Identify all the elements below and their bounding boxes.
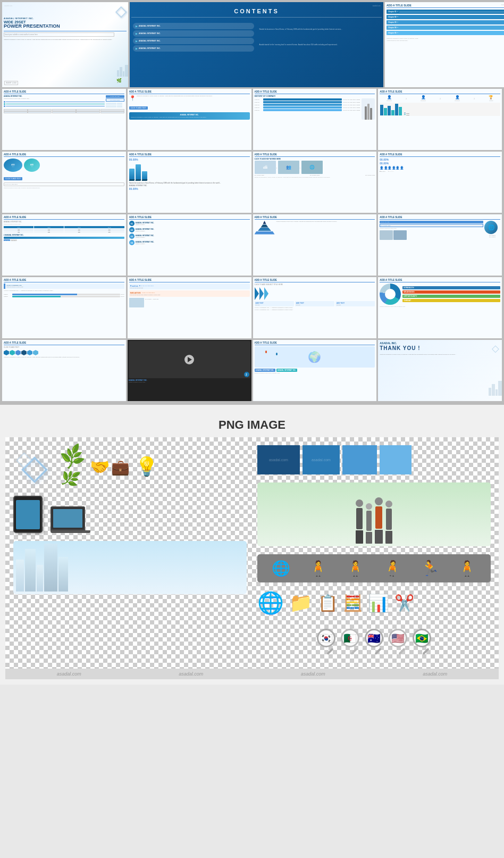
r5s3-header: ADD A TITLE SLIDE (255, 279, 375, 282)
swot-strength: STRENGTH (402, 286, 500, 289)
swot-opportunity: OPPORTUNITY (402, 295, 500, 298)
r3s1-header: ADD A TITLE SLIDE (4, 153, 124, 157)
globe-icon-asset: 🌐 (257, 590, 284, 615)
slide-r6-3[interactable]: ADD A TITLE SLIDE 🌍 ASADAL INTERNET INC.… (253, 340, 377, 401)
footer-wm-1: asadal.com (57, 671, 81, 677)
slide-r2-2[interactable]: ADD A TITLE SLIDE 📍 Started its business… (128, 89, 251, 150)
r6s4-thankyou: THANK YOU ! (380, 345, 500, 351)
stickmen-asset: 🌐 🧍 🧍 🧍 🏃 🧍 (257, 554, 491, 582)
r2s4-header: ADD A TITLE SLIDE (380, 90, 500, 94)
footer-wm-2: asadal.com (179, 671, 203, 677)
icon-assets-row: 🌐 📁 📋 🧮 📊 (257, 590, 491, 615)
r4s2-header: ADD A TITLE SLIDE (129, 216, 250, 220)
png-section: PNG IMAGE ◇ ◇ 🌿 (0, 405, 504, 685)
r6s1-header: ADD A TITLE SLIDE (4, 341, 124, 345)
png-right-column: asadal.com asadal.com (257, 445, 491, 661)
slides-row-5: ADD A TITLE SLIDE ASADAL INTERNET INC. S… (2, 277, 502, 338)
r6s4-company: ASADAL INC. (380, 341, 500, 345)
contents-item-4: ASADAL INTERNET INC. (139, 47, 161, 49)
r2s1-sub: ASADAL INTERNET INC. (4, 95, 105, 97)
calculator-icon-asset: 🧮 (343, 594, 363, 612)
slides-row-6: ADD A TITLE SLIDE CLICK TO ADD TEXT Star… (2, 340, 502, 401)
office-icon-asset: 📋 (318, 594, 338, 612)
slide-r3-2[interactable]: ADD A TITLE SLIDE 00.00% (128, 152, 251, 213)
slide-r4-2[interactable]: ADD A TITLE SLIDE 01 ASADAL INTERNET INC… (128, 214, 251, 276)
contents-item-2: ASADAL INTERNET INC. (139, 32, 161, 35)
r3s2-header: ADD A TITLE SLIDE (129, 153, 250, 157)
slide-main-title[interactable]: ◇ 🌿 ASADAL INTERNET INC. WIDE 29SET (2, 2, 128, 87)
flag-usa: 🇺🇸 (389, 629, 407, 655)
flag-brazil: 🇧🇷 (413, 629, 431, 655)
slide-r6-1[interactable]: ADD A TITLE SLIDE CLICK TO ADD TEXT Star… (2, 340, 126, 401)
slide-r5-1[interactable]: ADD A TITLE SLIDE ASADAL INTERNET INC. S… (2, 277, 126, 338)
contents-item-1: ASADAL INTERNET INC. (139, 25, 161, 27)
insert-logo: INSERT LOGO (4, 81, 18, 85)
r4s4-header: ADD A TITLE SLIDE (380, 216, 500, 220)
slides-row-4: ADD A TITLE SLIDE ASADAL INTERNET INC. S… (2, 214, 502, 276)
png-left-column: ◇ ◇ 🌿 🌿 🤝 💼 (13, 445, 247, 661)
main-container: ◇ 🌿 ASADAL INTERNET INC. WIDE 29SET (0, 0, 504, 685)
slides-section: ◇ 🌿 ASADAL INTERNET INC. WIDE 29SET (0, 0, 504, 405)
r2s1-header: ADD A TITLE SLIDE (4, 90, 124, 94)
laptop-asset (51, 506, 90, 533)
contents-item-3: ASADAL INTERNET INC. (139, 40, 161, 42)
r6s3-header: ADD A TITLE SLIDE (255, 341, 375, 345)
r2s3-header: ADD A TITLE SLIDE (255, 90, 375, 94)
slide-r3-4[interactable]: ADD A TITLE SLIDE 00.00% 00.00% 👤 👤 👤 👤 … (378, 152, 502, 213)
business-people-photo (257, 482, 491, 546)
slide-r6-2[interactable]: 2 ASADAL INTERNET INC. Started its busin… (128, 340, 251, 401)
scissors-icon-asset: ✂️ (394, 594, 414, 612)
leaf-assets: 🌿 🌿 (61, 446, 85, 488)
slide-r5-2[interactable]: ADD A TITLE SLIDE Positive ▶ CLICK TO AD… (128, 277, 251, 338)
slide-r2-1[interactable]: ADD A TITLE SLIDE ASADAL INTERNET INC. S… (2, 89, 126, 150)
slides-row-2: ADD A TITLE SLIDE ASADAL INTERNET INC. S… (2, 89, 502, 150)
slide-r4-3[interactable]: ADD A TITLE SLIDE Started its business i… (253, 214, 377, 276)
r4s1-header: ADD A TITLE SLIDE (4, 216, 124, 220)
r3s4-header: ADD A TITLE SLIDE (380, 153, 500, 157)
folder-icon-asset: 📁 (289, 592, 313, 614)
gem-asset: ◇ ◇ (13, 445, 56, 488)
png-section-title: PNG IMAGE (5, 410, 499, 437)
r3s3-header: ADD A TITLE SLIDE (255, 153, 375, 157)
slide-title: POWER PRESENTATION (4, 24, 127, 29)
flag-australia: 🇦🇺 (365, 629, 383, 655)
slide-r4-4[interactable]: ADD A TITLE SLIDE CLICK TO ADD KEY WORDS… (378, 214, 502, 276)
r2s3-sub: HISTORY OF COMPANY (255, 95, 375, 97)
slide-body-text: Started its business in Seoul Korea, in … (4, 39, 127, 41)
slide-r3-1[interactable]: ADD A TITLE SLIDE ADD TEXT ADD TEXT CLIC… (2, 152, 126, 213)
footer-watermarks: asadal.com asadal.com asadal.com asadal.… (5, 669, 499, 679)
blue-boxes-asset: asadal.com asadal.com (257, 445, 491, 474)
flag-algeria: 🇩🇿 (341, 629, 359, 655)
contents-header: CONTENTS (131, 4, 382, 18)
r5s1-header: ADD A TITLE SLIDE (4, 279, 124, 282)
slide-r5-4[interactable]: ADD A TITLE SLIDE STRENGTH WEAKNESS OPPO… (378, 277, 502, 338)
footer-wm-4: asadal.com (423, 671, 447, 677)
slide-r2-3[interactable]: ADD A TITLE SLIDE HISTORY OF COMPANY TIM… (253, 89, 377, 150)
flags-magnifiers-row: 🇰🇷 🇩🇿 (257, 623, 491, 661)
city-asset (13, 541, 247, 594)
slide-r2-4[interactable]: ADD A TITLE SLIDE 👤 ADD TEXT › 👤 ADD TEX… (378, 89, 502, 150)
r5s4-header: ADD A TITLE SLIDE (380, 279, 500, 282)
chart-icon-asset: 📊 (368, 593, 389, 613)
slide-r4-1[interactable]: ADD A TITLE SLIDE ASADAL INTERNET INC. S… (2, 214, 126, 276)
swot-threat: THREAT (402, 299, 500, 302)
slide-r3-3[interactable]: ADD A TITLE SLIDE CLICK TO ADD KEY WORDS… (253, 152, 377, 213)
r5s2-header: ADD A TITLE SLIDE (129, 279, 250, 282)
r6s1-sub: CLICK TO ADD TEXT (4, 346, 124, 348)
flag-korea: 🇰🇷 (317, 629, 335, 655)
chapter-header: ADD A TITLE SLIDE (387, 4, 504, 8)
company-name: ASADAL INTERNET INC. (4, 17, 127, 20)
r2s2-header: ADD A TITLE SLIDE (129, 90, 250, 94)
slide-placeholder: Insert your subtitle or main author's na… (4, 32, 114, 37)
slide-contents[interactable]: asadal.com CONTENTS ▶ ASADAL INTERNET IN… (130, 2, 383, 87)
png-assets-area: ◇ ◇ 🌿 🌿 🤝 💼 (5, 437, 499, 669)
footer-wm-3: asadal.com (301, 671, 325, 677)
r5s3-sub: CLICK TO ADD SUBJECT TITLE HERE (255, 284, 375, 286)
r4s1-sub: ASADAL INTERNET INC. (4, 221, 124, 223)
slide-chapter[interactable]: asadal.com ADD A TITLE SLIDE Chapter 01 … (385, 2, 504, 87)
slide-r6-4[interactable]: ASADAL INC. THANK YOU ! ◇ Started its bu… (378, 340, 502, 401)
r4s3-header: ADD A TITLE SLIDE (255, 216, 375, 220)
slides-row-3: ADD A TITLE SLIDE ADD TEXT ADD TEXT CLIC… (2, 152, 502, 213)
business-people-asset: 🤝 💼 (90, 457, 130, 476)
slide-r5-3[interactable]: ADD A TITLE SLIDE CLICK TO ADD SUBJECT T… (253, 277, 377, 338)
